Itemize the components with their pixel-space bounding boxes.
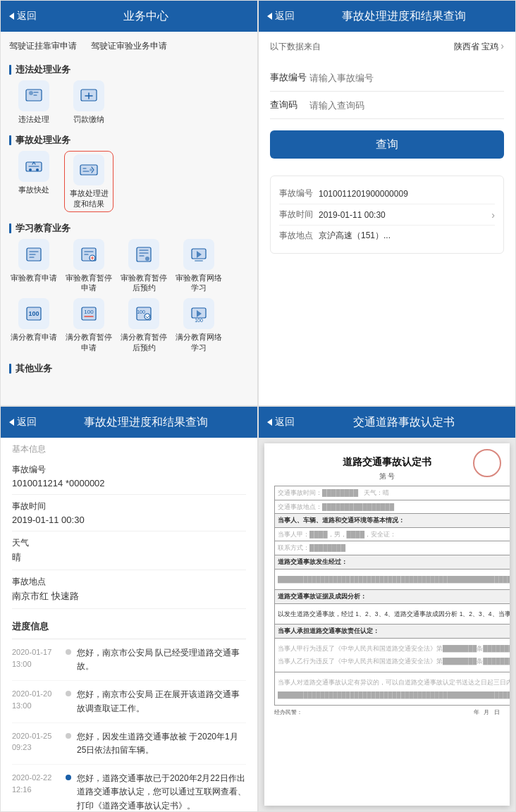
field-loc-label: 事故地点 [12, 576, 246, 588]
doc-liability-text-2: 当事人乙行为违反了《中华人民共和国道路交通安全法》第████████条█████… [278, 656, 510, 666]
field-accident-no-label: 事故编号 [12, 464, 246, 476]
q4-back-chevron-icon [267, 419, 272, 426]
doc-main-title: 道路交通事故认定书 [274, 456, 500, 469]
table-cell: 以发生道路交通事故，经过 1、2、3、4、道路交通事故成因分析 1、2、3、4、… [275, 603, 510, 624]
q1-business-center: 返回 业务中心 驾驶证挂靠审申请 驾驶证审验业务申请 违法处理业务 违法处理 罚… [0, 0, 258, 406]
q2-header: 返回 事故处理进度和结果查询 [259, 1, 515, 32]
table-row: 道路交通事故证据及成因分析： [275, 590, 510, 604]
result-accident-no-label: 事故编号 [279, 187, 319, 199]
progress-text-1: 您好，南京市公安局 队已经受理道路交通事故。 [77, 646, 246, 673]
field-weather-value: 晴 [12, 551, 246, 564]
progress-item-1: 2020-01-17 13:00 您好，南京市公安局 队已经受理道路交通事故。 [12, 639, 246, 681]
table-row: 当事人对道路交通事故认定有异议的，可以自道路交通事故认定书送达之日起三日内，向上… [275, 672, 510, 706]
svg-text:100: 100 [84, 309, 94, 315]
query-code-row: 查询码 [270, 92, 504, 119]
field-accident-no: 事故编号 1010011214 *0000002 [12, 458, 246, 495]
doc-subtitle: 第 号 [274, 472, 500, 481]
doc-date-label: 年 月 日 [474, 708, 500, 716]
edu5-icon: 100 [18, 298, 49, 329]
accident-no-input[interactable] [309, 73, 504, 83]
progress-item-4: 2020-02-22 12:16 您好，道路交通事故已于2020年2月22日作出… [12, 765, 246, 811]
q1-body: 驾驶证挂靠审申请 驾驶证审验业务申请 违法处理业务 违法处理 罚款缴纳 事故处理… [1, 32, 257, 405]
service-edu5[interactable]: 100 满分教育申请 [9, 298, 59, 352]
table-row: 以发生道路交通事故，经过 1、2、3、4、道路交通事故成因分析 1、2、3、4、… [275, 603, 510, 624]
result-accident-time-row[interactable]: 事故时间 2019-01-11 00:30 › [279, 204, 495, 226]
svg-point-5 [36, 168, 39, 171]
progress-time-1: 2020-01-17 13:00 [12, 646, 66, 673]
result-accident-no-value: 1010011201900000009 [319, 189, 495, 199]
svg-rect-14 [195, 260, 203, 262]
location-arrow-icon[interactable]: › [500, 40, 504, 51]
table-header-cell: 道路交通事故证据及成因分析： [275, 590, 510, 604]
document-paper: 道路交通事故认定书 第 号 交通事故时间：████████ 天气：晴 交通事故地… [264, 443, 510, 806]
q4-title: 交通道路事故认定书 [300, 415, 507, 430]
accident-progress-icon [73, 154, 104, 185]
q2-back-button[interactable]: 返回 [267, 10, 295, 23]
service-edu7[interactable]: 100 满分教育暂停后预约 [119, 298, 168, 352]
query-code-input[interactable] [309, 100, 504, 111]
service-violation-process[interactable]: 违法处理 [9, 80, 59, 124]
q3-back-button[interactable]: 返回 [9, 416, 37, 429]
shortcut-1[interactable]: 驾驶证挂靠审申请 [9, 40, 77, 52]
doc-reconsideration-text: 当事人对道路交通事故认定有异议的，可以自道路交通事故认定书送达之日起三日内，向上… [278, 677, 510, 687]
query-button[interactable]: 查询 [270, 130, 504, 159]
violation-process-label: 违法处理 [18, 114, 49, 124]
progress-text-2: 您好，南京市公安局 正在展开该道路交通事故调查取证工作。 [77, 688, 246, 715]
progress-item-2: 2020-01-20 13:00 您好，南京市公安局 正在展开该道路交通事故调查… [12, 681, 246, 722]
service-edu1[interactable]: 审验教育申请 [9, 239, 59, 293]
table-cell: 当事人甲行为违反了《中华人民共和国道路交通安全法》第████████条█████… [275, 638, 510, 672]
q3-header: 返回 事故处理进度和结果查询 [1, 407, 257, 438]
table-cell: 交通事故时间：████████ 天气：晴 [275, 486, 510, 500]
field-weather: 天气 晴 [12, 531, 246, 570]
service-accident-progress[interactable]: 事故处理进度和结果 [64, 151, 113, 212]
doc-officer-label: 经办民警： [274, 708, 302, 716]
service-edu6[interactable]: 100 满分教育暂停申请 [64, 298, 113, 352]
result-accident-loc-row[interactable]: 事故地点 京沪高速（151）... [279, 226, 495, 246]
shortcut-2[interactable]: 驾驶证审验业务申请 [91, 40, 167, 52]
field-weather-label: 天气 [12, 537, 246, 549]
service-edu3[interactable]: 审验教育暂停后预约 [119, 239, 168, 293]
table-cell: 当事人甲：████，男，████，安全证： [275, 527, 510, 541]
result-loc-label: 事故地点 [279, 230, 319, 242]
data-source-label: 以下数据来自 [270, 41, 321, 53]
table-row: 道路交通事故发生经过： [275, 555, 510, 569]
q2-title: 事故处理进度和结果查询 [300, 9, 507, 24]
query-code-label: 查询码 [270, 99, 309, 111]
result-time-arrow-icon: › [491, 209, 495, 221]
result-accident-no-row[interactable]: 事故编号 1010011201900000009 [279, 183, 495, 204]
accident-services: 事故快处 事故处理进度和结果 [9, 151, 249, 212]
progress-dot-1 [66, 649, 71, 655]
progress-item-3: 2020-01-25 09:23 您好，因发生道路交通事故被 于2020年1月2… [12, 723, 246, 765]
edu-services: 审验教育申请 审验教育暂停申请 审验教育暂停后预约 审验教育网络学习 [9, 239, 249, 352]
q4-back-button[interactable]: 返回 [267, 416, 295, 429]
edu8-label: 满分教育网络学习 [174, 332, 223, 352]
location-text: 陕西省 宝鸡 [454, 42, 498, 51]
q1-back-button[interactable]: 返回 [9, 10, 37, 23]
field-time-label: 事故时间 [12, 500, 246, 512]
progress-time-4: 2020-02-22 12:16 [12, 772, 66, 811]
service-accident-quick[interactable]: 事故快处 [9, 151, 59, 212]
service-edu8[interactable]: 100 满分教育网络学习 [174, 298, 223, 352]
basic-info-title: 基本信息 [12, 438, 246, 458]
edu3-label: 审验教育暂停后预约 [119, 273, 168, 293]
table-row: 当事人承担道路交通事故责任认定： [275, 625, 510, 639]
doc-table: 交通事故时间：████████ 天气：晴 交通事故地点：████████████… [274, 486, 510, 706]
accident-no-row: 事故编号 [270, 64, 504, 92]
edu3-icon [128, 239, 159, 270]
q4-accident-certificate: 返回 交通道路事故认定书 道路交通事故认定书 第 号 交通事故时间：██████… [258, 406, 516, 812]
progress-dot-4 [66, 775, 71, 780]
q1-back-label: 返回 [17, 10, 37, 23]
progress-text-3: 您好，因发生道路交通事故被 于2020年1月25日依法扣留车辆。 [77, 730, 246, 757]
svg-point-7 [90, 168, 92, 171]
table-row: 交通事故时间：████████ 天气：晴 [275, 486, 510, 500]
doc-text-accident-process: ████████████████████████████████████████… [278, 574, 510, 584]
q1-title: 业务中心 [42, 9, 249, 24]
accident-quick-label: 事故快处 [18, 185, 49, 195]
service-edu2[interactable]: 审验教育暂停申请 [64, 239, 113, 293]
table-cell: 交通事故地点：████████████████ [275, 500, 510, 514]
service-fine-payment[interactable]: 罚款缴纳 [64, 80, 113, 124]
table-row: 当事人甲行为违反了《中华人民共和国道路交通安全法》第████████条█████… [275, 638, 510, 672]
progress-title: 进度信息 [12, 615, 246, 639]
field-loc-value: 南京市红 快速路 [12, 590, 246, 603]
service-edu4[interactable]: 审验教育网络学习 [174, 239, 223, 293]
